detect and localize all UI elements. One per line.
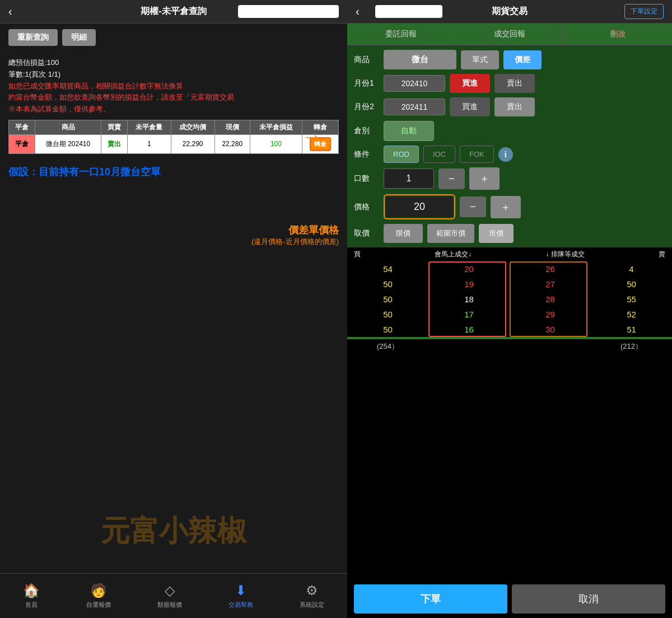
tab-entrust[interactable]: 委託回報 [347, 24, 456, 45]
bid-0[interactable]: 20 [428, 264, 510, 274]
info-icon[interactable]: i [498, 147, 513, 162]
cond-rod-button[interactable]: ROD [384, 146, 419, 163]
market-btn[interactable]: 市價 [479, 224, 514, 243]
month2-sell-button[interactable]: 賣出 [494, 97, 535, 116]
col-close: 平倉 [9, 120, 35, 134]
hypothesis-text: 假設：目前持有一口10月微台空單 [8, 165, 339, 179]
nav-watchlist-label: 自選報價 [86, 601, 111, 609]
left-back-button[interactable]: ‹ [8, 5, 12, 18]
qty-input[interactable] [384, 168, 434, 189]
month2-label: 月份2 [354, 102, 379, 112]
avg-cell: 22,290 [171, 134, 214, 153]
month1-label: 月份1 [354, 78, 379, 88]
month2-buy-button[interactable]: 買進 [450, 97, 490, 116]
price-diff-sub: (遠月價格-近月價格的價差) [8, 237, 339, 247]
buy-qty-0: 54 [347, 264, 428, 274]
price-diff-button[interactable]: 價差 [503, 50, 542, 69]
warehouse-auto-button[interactable]: 自動 [384, 121, 434, 141]
price-plus-button[interactable]: ＋ [491, 196, 521, 218]
right-header: ‹ 期貨交易 下單設定 [347, 0, 672, 24]
col-qty: 未平倉量 [128, 120, 171, 134]
qty-minus-button[interactable]: − [438, 168, 465, 189]
ask-3[interactable]: 29 [510, 310, 591, 319]
ask-1[interactable]: 27 [510, 279, 591, 289]
product-row: 商品 微台 單式 價差 [354, 50, 665, 69]
warning2: 約當台幣金額，如您欲查詢各幣別的損益合計，請改至「元富期貨交易 [8, 92, 339, 104]
cond-fok-button[interactable]: FOK [460, 146, 494, 163]
product-cell: 微台期 202410 [35, 134, 101, 153]
close-cell[interactable]: 平倉 [9, 134, 35, 153]
tab-delete[interactable]: 刪改 [564, 24, 672, 45]
positions-table: 平倉 商品 買賣 未平倉量 成交均價 現價 未平倉損益 轉倉 平倉 微台期 20… [8, 120, 339, 154]
order-setting-button[interactable]: 下單設定 [624, 4, 664, 19]
bid-2[interactable]: 18 [428, 294, 510, 304]
buy-qty-3: 50 [347, 310, 428, 319]
refresh-button[interactable]: 重新查詢 [8, 29, 58, 46]
ob-row-2: 50 18 28 55 [347, 292, 672, 307]
range-market-btn[interactable]: 範圍市價 [427, 224, 474, 243]
nav-settings[interactable]: ⚙ 系統設定 [300, 583, 324, 609]
price-input-wrapper [384, 194, 455, 219]
warning3: ※本表為試算金額，僅供參考。 [8, 104, 339, 115]
left-content: 總預估損益:100 筆數:1(頁次 1/1) 如您已成交匯率期貨商品，相關損益合… [0, 52, 347, 618]
bid-3[interactable]: 17 [428, 310, 510, 319]
submit-button[interactable]: 下單 [354, 584, 507, 614]
home-icon: 🏠 [23, 583, 40, 598]
left-panel: ‹ 期權-未平倉查詢 重新查詢 明細 總預估損益:100 筆數:1(頁次 1/1… [0, 0, 347, 618]
total-sell: (212） [591, 341, 672, 352]
qty-plus-button[interactable]: ＋ [469, 167, 500, 190]
bid-4[interactable]: 16 [428, 325, 510, 334]
tabs-row: 委託回報 成交回報 刪改 [347, 24, 672, 45]
bid-1[interactable]: 19 [428, 279, 510, 289]
buy-button[interactable]: 買進 [450, 74, 490, 93]
col-side: 買賣 [101, 120, 127, 134]
nav-watchlist[interactable]: 🧑 自選報價 [86, 583, 111, 609]
ob-row-4: 50 16 30 51 [347, 322, 672, 337]
nav-settings-label: 系統設定 [300, 601, 324, 609]
table-container: 平倉 商品 買賣 未平倉量 成交均價 現價 未平倉損益 轉倉 平倉 微台期 20… [8, 120, 339, 154]
month1-row: 月份1 買進 賣出 [354, 74, 665, 93]
right-title: 期貨交易 [492, 6, 528, 17]
sell-qty-2: 55 [591, 294, 672, 304]
tab-filled[interactable]: 成交回報 [456, 24, 564, 45]
detail-button[interactable]: 明細 [62, 29, 96, 46]
take-row: 取價 限價 範圍市價 市價 [354, 224, 665, 243]
month2-row: 月份2 買進 賣出 [354, 97, 665, 116]
ask-2[interactable]: 28 [510, 294, 591, 304]
right-back-button[interactable]: ‹ [356, 5, 360, 18]
cond-ioc-button[interactable]: IOC [423, 146, 455, 163]
queue-text: ↓ 排隊等成交 [545, 250, 584, 259]
month2-input[interactable] [384, 99, 445, 115]
col-current: 現價 [214, 120, 250, 134]
price-row: 價格 − ＋ [354, 194, 665, 219]
sell-qty-1: 50 [591, 279, 672, 289]
nav-home[interactable]: 🏠 首頁 [23, 583, 40, 609]
cancel-button[interactable]: 取消 [512, 584, 665, 614]
warehouse-label: 倉別 [354, 126, 379, 136]
left-search-input[interactable] [238, 5, 339, 18]
total-buy: (254） [347, 341, 428, 352]
nav-trading[interactable]: ⬇ 交易幫務 [228, 583, 253, 609]
ob-row-3: 50 17 29 52 [347, 307, 672, 322]
ask-4[interactable]: 30 [510, 325, 591, 334]
order-btns-row: 下單 取消 [347, 580, 672, 618]
product-button[interactable]: 微台 [384, 50, 456, 69]
single-button[interactable]: 單式 [461, 50, 499, 69]
info-text: 總預估損益:100 筆數:1(頁次 1/1) 如您已成交匯率期貨商品，相關損益合… [8, 57, 339, 115]
total-profit: 總預估損益:100 [8, 57, 339, 69]
qty-cell: 1 [128, 134, 171, 153]
nav-sector-label: 類股報價 [157, 601, 182, 609]
price-input[interactable] [386, 196, 453, 217]
ob-row-1: 50 19 27 50 [347, 277, 672, 292]
month1-input[interactable] [384, 75, 445, 92]
limit-btn[interactable]: 限價 [384, 224, 423, 243]
ob-rows-container: 54 20 26 4 50 19 27 50 50 18 28 55 50 17… [347, 261, 672, 337]
buy-qty-2: 50 [347, 294, 428, 304]
sell-button[interactable]: 賣出 [494, 74, 535, 93]
nav-sector[interactable]: ◇ 類股報價 [157, 583, 182, 609]
ask-0[interactable]: 26 [510, 264, 591, 274]
price-minus-button[interactable]: − [460, 196, 486, 217]
right-search-input[interactable] [375, 5, 442, 18]
take-label: 取價 [354, 228, 379, 238]
left-toolbar: 重新查詢 明細 [0, 24, 347, 52]
